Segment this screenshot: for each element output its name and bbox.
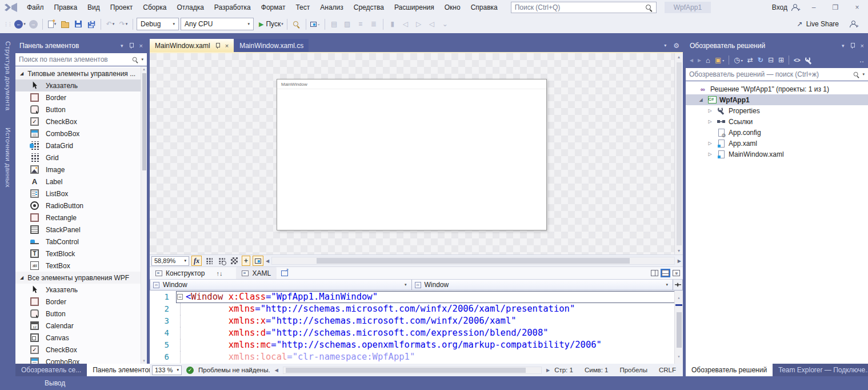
- document-tab-MainWindow.xaml[interactable]: MainWindow.xaml×: [150, 39, 234, 52]
- tree-item-Ссылки[interactable]: ▷Ссылки: [686, 116, 868, 127]
- collapse-region-icon[interactable]: −: [177, 294, 183, 300]
- toolbox-item-ListBox[interactable]: ListBox: [15, 188, 147, 200]
- toolbox-tab-Панель элементов[interactable]: Панель элементов: [87, 364, 158, 376]
- switch-views-button[interactable]: ▣▾: [715, 56, 724, 64]
- toolbox-item-TextBlock[interactable]: TextBlock: [15, 248, 147, 260]
- maximize-button[interactable]: ❐: [829, 3, 842, 11]
- toolbox-item-CheckBox[interactable]: CheckBox: [15, 344, 147, 356]
- view-code-button[interactable]: <>: [794, 57, 801, 63]
- window-position-chevron-icon[interactable]: ▾: [842, 43, 845, 49]
- scrollbar-thumb[interactable]: [142, 73, 146, 170]
- code-line[interactable]: 1−<Window x:Class="WpfApp1.MainWindow": [150, 291, 683, 303]
- health-indicator-icon[interactable]: ✓: [186, 367, 194, 374]
- sign-in-button[interactable]: Вход +: [772, 3, 798, 11]
- designer-vertical-scrollbar[interactable]: ▴ ▾: [674, 53, 683, 254]
- menu-item-Проект[interactable]: Проект: [105, 0, 138, 15]
- expander-collapsed-icon[interactable]: ▷: [706, 152, 714, 157]
- expander-collapsed-icon[interactable]: ▷: [706, 119, 714, 124]
- tree-item-App.xaml[interactable]: ▷App.xaml: [686, 138, 868, 149]
- toolbox-item-ComboBox[interactable]: ComboBox: [15, 356, 147, 364]
- menu-item-Файл[interactable]: Файл: [22, 0, 49, 15]
- code-line[interactable]: 3 xmlns:x="http://schemas.microsoft.com/…: [150, 315, 683, 327]
- toolbox-item-Label[interactable]: Label: [15, 176, 147, 188]
- solution-tab-Team Explorer — Подключе...[interactable]: Team Explorer — Подключе...: [773, 364, 868, 376]
- live-share-button[interactable]: ↗Live Share: [797, 20, 839, 28]
- collapse-all-button[interactable]: ⊟: [768, 56, 774, 64]
- design-preview-window[interactable]: MainWindow: [277, 79, 547, 230]
- comment-lines-button[interactable]: ▤: [329, 18, 340, 30]
- menu-item-Сборка[interactable]: Сборка: [138, 0, 171, 15]
- toolbox-item-RadioButton[interactable]: RadioButton: [15, 200, 147, 212]
- xaml-code-editor[interactable]: 1−<Window x:Class="WpfApp1.MainWindow"2 …: [150, 290, 683, 364]
- minimize-button[interactable]: –: [807, 3, 820, 11]
- toolbox-item-TextBox[interactable]: TextBox: [15, 260, 147, 272]
- preview-selected-items-button[interactable]: ⌄: [310, 18, 321, 30]
- scroll-right-icon[interactable]: ▶: [546, 368, 550, 373]
- code-line[interactable]: 6 xmlns:local="clr-namespace:WpfApp1": [150, 351, 683, 363]
- undo-button[interactable]: ↶▾: [105, 18, 116, 30]
- fold-margin[interactable]: −: [176, 291, 186, 303]
- pending-changes-filter-button[interactable]: ◷▾: [734, 56, 743, 64]
- back-button[interactable]: ◂: [690, 56, 693, 64]
- scrollbar-thumb[interactable]: [286, 368, 526, 373]
- menu-item-Формат[interactable]: Формат: [256, 0, 291, 15]
- navigate-backward-button[interactable]: ←▾: [14, 18, 26, 30]
- menu-item-Средства[interactable]: Средства: [349, 0, 389, 15]
- quick-search-input[interactable]: Поиск (Ctrl+Q): [511, 2, 657, 13]
- toolbox-header[interactable]: Панель элементов ▾ ×: [15, 39, 147, 53]
- code-line[interactable]: 5 xmlns:mc="http://schemas.openxmlformat…: [150, 339, 683, 351]
- toolbar-overflow-button[interactable]: ‥: [859, 56, 864, 64]
- tree-item-Properties[interactable]: ▷Properties: [686, 105, 868, 116]
- tab-designer-view[interactable]: Конструктор: [150, 267, 210, 279]
- pin-icon[interactable]: [128, 42, 135, 49]
- sync-with-active-document-button[interactable]: ⇄: [747, 56, 753, 64]
- toolbox-item-CheckBox[interactable]: CheckBox: [15, 116, 147, 128]
- toolbox-item-ComboBox[interactable]: ComboBox: [15, 128, 147, 140]
- tree-item-MainWindow.xaml[interactable]: ▷MainWindow.xaml: [686, 149, 868, 160]
- toggle-bookmark-button[interactable]: ▮: [387, 18, 398, 30]
- add-user-icon[interactable]: +: [849, 21, 857, 27]
- toolbox-item-Border[interactable]: Border: [15, 91, 147, 104]
- toolbox-item-Указатель[interactable]: Указатель: [15, 79, 147, 91]
- show-all-files-button[interactable]: ⊞: [778, 56, 784, 64]
- expander-expanded-icon[interactable]: ◢: [697, 97, 705, 102]
- solution-configuration-dropdown[interactable]: Debug▾: [137, 18, 179, 30]
- home-button[interactable]: ⌂: [706, 56, 710, 65]
- scroll-up-icon[interactable]: ▴: [678, 292, 681, 304]
- refresh-button[interactable]: ↻: [758, 56, 763, 64]
- fold-margin[interactable]: [176, 339, 186, 351]
- tree-item-App.config[interactable]: App.config: [686, 127, 868, 138]
- toolbox-item-DataGrid[interactable]: DataGrid: [15, 140, 147, 152]
- toolbox-item-TabControl[interactable]: TabControl: [15, 236, 147, 248]
- close-icon[interactable]: ×: [139, 42, 143, 49]
- increase-indent-button[interactable]: ≣: [368, 18, 379, 30]
- expander-collapsed-icon[interactable]: ▷: [706, 108, 714, 113]
- fold-margin[interactable]: [176, 327, 186, 339]
- toolbox-item-Button[interactable]: Button: [15, 104, 147, 116]
- editor-zoom-dropdown[interactable]: 133 %▾: [152, 365, 182, 375]
- code-line[interactable]: 2 xmlns="http://schemas.microsoft.com/wi…: [150, 303, 683, 315]
- toolbar-overflow-button[interactable]: ⌄: [439, 18, 451, 30]
- scroll-left-icon[interactable]: ◀: [266, 258, 269, 264]
- toolbox-tab-Обозреватель се...[interactable]: Обозреватель се...: [15, 364, 87, 376]
- element-breadcrumb-right[interactable]: ‹› Window ▾: [412, 280, 674, 290]
- scroll-up-icon[interactable]: ▴: [678, 54, 680, 59]
- scrollbar-thumb[interactable]: [677, 312, 682, 348]
- toolbox-item-Rectangle[interactable]: Rectangle: [15, 212, 147, 224]
- new-project-button[interactable]: ▾: [46, 18, 58, 30]
- toolbox-item-Button[interactable]: Button: [15, 308, 147, 320]
- horizontal-split-button[interactable]: [662, 270, 669, 276]
- toggle-artboard-background-button[interactable]: [229, 256, 239, 266]
- menu-item-Отладка[interactable]: Отладка: [171, 0, 209, 15]
- toolbox-item-Grid[interactable]: Grid: [15, 152, 147, 164]
- clear-bookmarks-button[interactable]: ◁: [426, 18, 438, 30]
- output-panel-tab[interactable]: Вывод: [45, 379, 65, 387]
- document-tab-MainWindow.xaml.cs[interactable]: MainWindow.xaml.cs: [234, 39, 309, 52]
- decrease-indent-button[interactable]: ≡: [355, 18, 366, 30]
- menu-item-Правка[interactable]: Правка: [49, 0, 83, 15]
- popout-xaml-window-icon[interactable]: [281, 270, 288, 276]
- menu-item-Справка[interactable]: Справка: [466, 0, 503, 15]
- element-breadcrumb-left[interactable]: ‹› Window ▾: [150, 280, 412, 290]
- scrollbar-thumb[interactable]: [317, 258, 630, 264]
- snap-to-snaplines-button[interactable]: +: [242, 256, 250, 266]
